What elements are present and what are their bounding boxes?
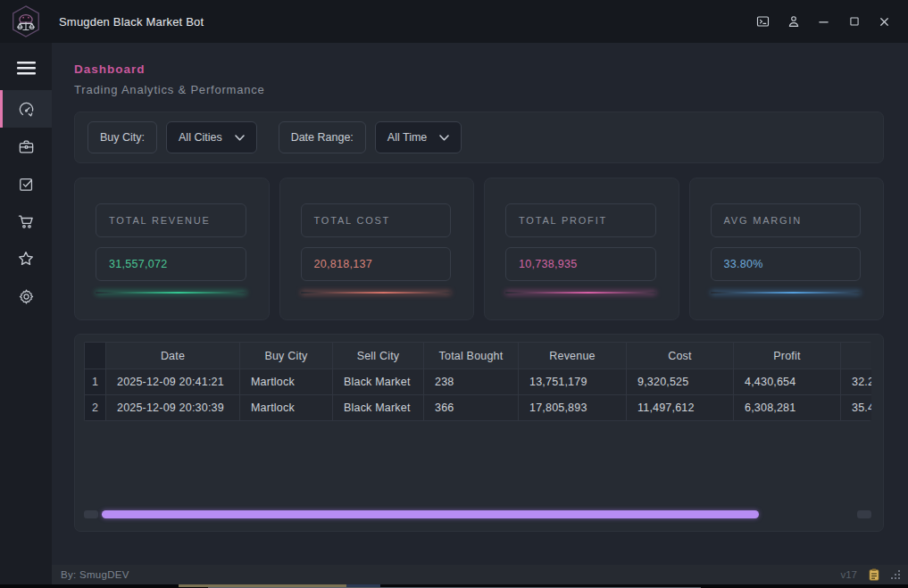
settings-gear-icon: [18, 288, 35, 305]
buy-city-label: Buy City:: [87, 121, 157, 153]
stat-value: 31,557,072: [109, 258, 168, 270]
chevron-down-icon: [235, 135, 245, 141]
scroll-right-button[interactable]: [857, 510, 871, 518]
resize-grip-icon[interactable]: [891, 570, 900, 579]
sidebar-item-favorites[interactable]: [0, 240, 52, 277]
column-header-profit[interactable]: Profit: [734, 343, 841, 369]
sidebar-item-dashboard[interactable]: [0, 90, 52, 128]
menu-icon[interactable]: [0, 50, 52, 86]
cell-margin: 35.40: [841, 395, 872, 421]
stat-card-total-revenue: TOTAL REVENUE 31,557,072: [74, 178, 270, 320]
tasks-check-icon: [18, 176, 35, 193]
cell-date: 2025-12-09 20:30:39: [106, 395, 240, 421]
buy-city-value: All Cities: [179, 131, 222, 144]
minimize-icon[interactable]: [816, 14, 831, 29]
scrollbar-track[interactable]: [100, 510, 855, 518]
table-row[interactable]: 1 2025-12-09 20:41:21 Martlock Black Mar…: [85, 369, 872, 395]
stat-value: 20,818,137: [314, 258, 373, 270]
cell-revenue: 13,751,179: [519, 369, 627, 395]
main-content: Dashboard Trading Analytics & Performanc…: [52, 43, 908, 565]
buy-city-select[interactable]: All Cities: [166, 121, 257, 153]
cell-sell-city: Black Market: [333, 369, 424, 395]
stat-value: 33.80%: [724, 258, 763, 270]
cell-cost: 9,320,525: [627, 369, 734, 395]
row-number: 2: [85, 395, 106, 421]
clipboard-icon[interactable]: [869, 568, 879, 581]
version-label: v17: [840, 569, 857, 580]
row-number: 1: [85, 369, 106, 395]
stat-card-total-profit: TOTAL PROFIT 10,738,935: [484, 178, 679, 320]
trades-table-viewport: Date Buy City Sell City Total Bought Rev…: [84, 342, 871, 421]
page-subtitle: Trading Analytics & Performance: [74, 83, 884, 96]
column-header-revenue[interactable]: Revenue: [519, 343, 627, 369]
sidebar-item-settings[interactable]: [0, 277, 52, 315]
stat-label: AVG MARGIN: [724, 215, 802, 226]
stat-label: TOTAL PROFIT: [519, 215, 607, 226]
stat-gradient-line: [96, 292, 246, 294]
statusbar: By: SmugDEV v17: [52, 565, 908, 584]
page-title: Dashboard: [74, 62, 884, 76]
stat-gradient-line: [301, 292, 452, 294]
cell-buy-city: Martlock: [240, 395, 333, 421]
stat-card-avg-margin: AVG MARGIN 33.80%: [689, 178, 885, 320]
column-header-total-bought[interactable]: Total Bought: [424, 343, 519, 369]
table-header-row: Date Buy City Sell City Total Bought Rev…: [85, 343, 872, 369]
titlebar: Smugden Black Market Bot: [0, 0, 908, 43]
stat-gradient-line: [505, 292, 656, 294]
filter-bar: Buy City: All Cities Date Range: All Tim…: [74, 112, 884, 163]
close-icon[interactable]: [877, 14, 892, 29]
maximize-icon[interactable]: [846, 14, 862, 29]
scrollbar-thumb[interactable]: [102, 510, 759, 518]
stat-card-total-cost: TOTAL COST 20,818,137: [279, 178, 475, 320]
column-header-margin[interactable]: M: [841, 343, 872, 369]
cell-buy-city: Martlock: [240, 369, 333, 395]
cell-cost: 11,497,612: [627, 395, 734, 421]
sidebar-item-briefcase[interactable]: [0, 128, 52, 165]
dashboard-gauge-icon: [18, 101, 35, 118]
cell-profit: 6,308,281: [734, 395, 841, 421]
stat-label: TOTAL COST: [314, 215, 391, 226]
star-icon: [17, 250, 35, 268]
app-logo-scales-icon: [9, 4, 43, 38]
user-icon[interactable]: [786, 14, 801, 29]
cart-icon: [17, 212, 35, 230]
cell-revenue: 17,805,893: [519, 395, 627, 421]
sidebar-item-market[interactable]: [0, 203, 52, 240]
column-header-date[interactable]: Date: [106, 343, 240, 369]
sidebar-item-tasks[interactable]: [0, 165, 52, 203]
desktop-edge-strip: [0, 584, 908, 588]
column-header-buy-city[interactable]: Buy City: [240, 343, 333, 369]
date-range-value: All Time: [387, 131, 427, 144]
stat-label: TOTAL REVENUE: [109, 215, 211, 226]
trades-table: Date Buy City Sell City Total Bought Rev…: [84, 342, 871, 421]
column-header-sell-city[interactable]: Sell City: [333, 343, 424, 369]
sidebar-footer-corner: [0, 565, 52, 584]
column-header-cost[interactable]: Cost: [627, 343, 734, 369]
terminal-icon[interactable]: [755, 14, 771, 29]
window-title: Smugden Black Market Bot: [59, 15, 204, 29]
trades-table-panel: Date Buy City Sell City Total Bought Rev…: [74, 334, 884, 532]
date-range-label: Date Range:: [279, 121, 366, 153]
briefcase-icon: [18, 138, 35, 155]
titlebar-controls: [755, 14, 892, 29]
stat-cards: TOTAL REVENUE 31,557,072 TOTAL COST 20,8…: [74, 178, 884, 320]
column-header-rownum: [85, 343, 106, 369]
app-window: Smugden Black Market Bot: [0, 0, 908, 588]
horizontal-scrollbar: [84, 509, 871, 518]
stat-gradient-line: [711, 292, 862, 294]
cell-sell-city: Black Market: [333, 395, 424, 421]
stat-value: 10,738,935: [519, 258, 578, 270]
cell-total-bought: 366: [424, 395, 519, 421]
chevron-down-icon: [439, 135, 449, 141]
page-head: Dashboard Trading Analytics & Performanc…: [74, 62, 884, 96]
cell-date: 2025-12-09 20:41:21: [106, 369, 240, 395]
table-row[interactable]: 2 2025-12-09 20:30:39 Martlock Black Mar…: [85, 395, 872, 421]
cell-total-bought: 238: [424, 369, 519, 395]
cell-profit: 4,430,654: [734, 369, 841, 395]
date-range-select[interactable]: All Time: [375, 121, 462, 153]
cell-margin: 32.20: [841, 369, 872, 395]
author-credit: By: SmugDEV: [61, 569, 129, 580]
sidebar: [0, 43, 52, 565]
scroll-left-button[interactable]: [84, 510, 98, 518]
